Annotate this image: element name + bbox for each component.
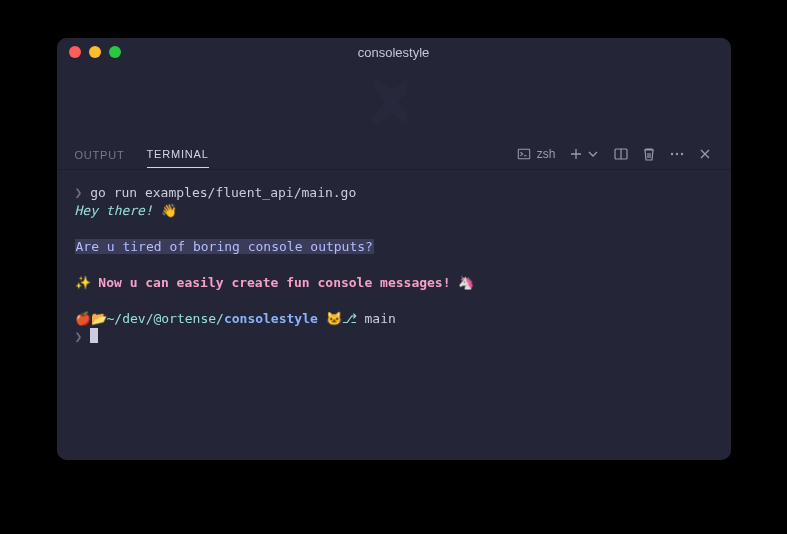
panel-tabs: OUTPUT TERMINAL zsh	[57, 138, 731, 170]
highlighted-question: Are u tired of boring console outputs?	[75, 239, 374, 254]
kill-terminal-button[interactable]	[641, 146, 657, 162]
window-titlebar: consolestyle	[57, 38, 731, 66]
svg-rect-0	[518, 149, 529, 159]
svg-point-4	[680, 152, 682, 154]
sparkle-emoji: ✨	[75, 275, 99, 290]
branch-name: main	[364, 311, 395, 326]
folder-emoji: 📂	[91, 311, 107, 326]
window-title: consolestyle	[57, 45, 731, 60]
apple-emoji: 🍎	[75, 311, 91, 326]
command-text: go run examples/fluent_api/main.go	[82, 185, 356, 200]
cursor	[90, 328, 98, 343]
editor-logo-area	[57, 66, 731, 138]
split-terminal-button[interactable]	[613, 146, 629, 162]
new-terminal-dropdown[interactable]	[585, 146, 601, 162]
close-icon	[697, 146, 713, 162]
plus-icon	[568, 146, 584, 162]
close-window-button[interactable]	[69, 46, 81, 58]
trash-icon	[641, 146, 657, 162]
vscode-logo-icon	[364, 72, 424, 132]
repo-name: consolestyle	[224, 311, 318, 326]
split-icon	[613, 146, 629, 162]
git-emoji: 🐱	[318, 311, 342, 326]
svg-point-3	[675, 152, 677, 154]
maximize-window-button[interactable]	[109, 46, 121, 58]
ellipsis-icon	[669, 146, 685, 162]
greeting-text: Hey there!	[75, 203, 161, 218]
traffic-lights	[69, 46, 121, 58]
tab-output[interactable]: OUTPUT	[75, 140, 125, 168]
more-actions-button[interactable]	[669, 146, 685, 162]
minimize-window-button[interactable]	[89, 46, 101, 58]
branch-symbol: ⎇	[342, 311, 365, 326]
wave-emoji: 👋	[161, 203, 177, 218]
close-panel-button[interactable]	[697, 146, 713, 162]
cwd-path: ~/dev/@ortense/	[107, 311, 224, 326]
tab-terminal[interactable]: TERMINAL	[147, 139, 209, 168]
shell-name: zsh	[537, 147, 556, 161]
fun-message: Now u can easily create fun console mess…	[98, 275, 450, 290]
terminal-output[interactable]: ❯ go run examples/fluent_api/main.go Hey…	[57, 170, 731, 460]
terminal-toolbar: zsh	[517, 146, 713, 162]
terminal-icon	[517, 147, 531, 161]
prompt-symbol: ❯	[75, 329, 91, 344]
svg-point-2	[670, 152, 672, 154]
shell-indicator[interactable]: zsh	[517, 147, 556, 161]
unicorn-emoji: 🦄	[451, 275, 475, 290]
new-terminal-button[interactable]	[568, 146, 584, 162]
terminal-window: consolestyle OUTPUT TERMINAL zsh	[57, 38, 731, 460]
chevron-down-icon	[585, 146, 601, 162]
